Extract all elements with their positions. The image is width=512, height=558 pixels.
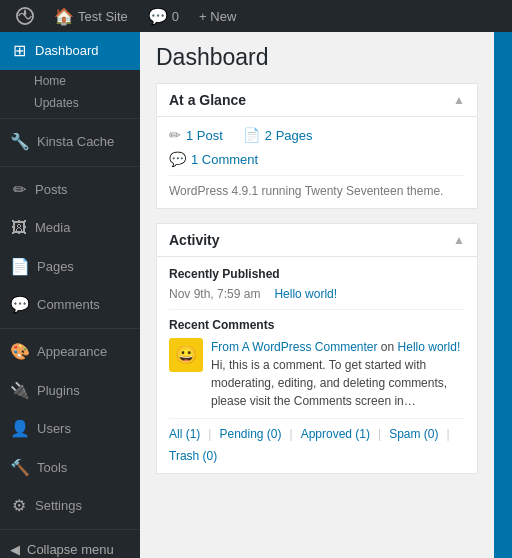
sidebar-label-appearance: Appearance (37, 343, 107, 361)
sidebar-label-kinsta: Kinsta Cache (37, 133, 114, 151)
glance-row-1: ✏ 1 Post 📄 2 Pages (169, 127, 465, 143)
sidebar-item-dashboard[interactable]: ⊞ Dashboard (0, 32, 140, 70)
comments-icon: 💬 (10, 294, 30, 316)
page-title: Dashboard (156, 44, 478, 71)
collapse-menu-button[interactable]: ◀ Collapse menu (0, 534, 140, 558)
comments-spam-link[interactable]: Spam (0) (389, 427, 438, 441)
collapse-label: Collapse menu (27, 542, 114, 557)
activity-toggle[interactable]: ▲ (453, 233, 465, 247)
comment-text: Hi, this is a comment. To get started wi… (211, 358, 447, 408)
new-content-button[interactable]: + New (191, 9, 244, 24)
commenter-name-link[interactable]: From A WordPress Commenter (211, 340, 378, 354)
new-label: + New (199, 9, 236, 24)
comment-icon: 💬 (148, 7, 168, 26)
glance-row-2: 💬 1 Comment (169, 151, 465, 167)
sidebar-item-appearance[interactable]: 🎨 Appearance (0, 333, 140, 371)
sidebar-label-media: Media (35, 219, 70, 237)
commenter-avatar: 😀 (169, 338, 203, 372)
glance-comment-icon: 💬 (169, 151, 186, 167)
comment-post-link[interactable]: Hello world! (398, 340, 461, 354)
sidebar-label-plugins: Plugins (37, 382, 80, 400)
separator-3 (0, 328, 140, 329)
sidebar-item-users[interactable]: 👤 Users (0, 410, 140, 448)
post-count-label: 1 Post (186, 128, 223, 143)
sidebar-item-comments[interactable]: 💬 Comments (0, 286, 140, 324)
recently-published-title: Recently Published (169, 267, 465, 281)
home-icon: 🏠 (54, 7, 74, 26)
sidebar-item-pages[interactable]: 📄 Pages (0, 248, 140, 286)
sidebar-label-posts: Posts (35, 181, 68, 199)
published-date: Nov 9th, 7:59 am (169, 287, 260, 301)
post-icon: ✏ (169, 127, 181, 143)
sidebar-item-home[interactable]: Home (0, 70, 140, 92)
comments-pending-link[interactable]: Pending (0) (219, 427, 281, 441)
sidebar-item-kinsta-cache[interactable]: 🔧 Kinsta Cache (0, 123, 140, 161)
wp-icon (16, 7, 34, 25)
comment-count-link[interactable]: 💬 1 Comment (169, 151, 258, 167)
page-count-link[interactable]: 📄 2 Pages (243, 127, 313, 143)
posts-icon: ✏ (10, 179, 28, 201)
published-link[interactable]: Hello world! (274, 287, 337, 301)
sidebar-label-users: Users (37, 420, 71, 438)
admin-bar: 🏠 Test Site 💬 0 + New (0, 0, 512, 32)
kinsta-icon: 🔧 (10, 131, 30, 153)
comments-all-link[interactable]: All (1) (169, 427, 200, 441)
comments-approved-link[interactable]: Approved (1) (301, 427, 370, 441)
home-button[interactable]: 🏠 Test Site (46, 0, 136, 32)
wp-info-text: WordPress 4.9.1 running Twenty Seventeen… (169, 184, 443, 198)
appearance-icon: 🎨 (10, 341, 30, 363)
activity-title: Activity (169, 232, 220, 248)
at-a-glance-toggle[interactable]: ▲ (453, 93, 465, 107)
at-a-glance-body: ✏ 1 Post 📄 2 Pages 💬 1 Comment WordPr (157, 117, 477, 208)
recent-comments-title: Recent Comments (169, 318, 465, 332)
separator-4 (0, 529, 140, 530)
dashboard-icon: ⊞ (10, 40, 28, 62)
activity-sep (169, 309, 465, 310)
right-panel-accent (494, 32, 512, 558)
main-layout: ⊞ Dashboard Home Updates 🔧 Kinsta Cache … (0, 32, 512, 558)
sidebar-item-posts[interactable]: ✏ Posts (0, 171, 140, 209)
activity-header: Activity ▲ (157, 224, 477, 257)
comment-row: 😀 From A WordPress Commenter on Hello wo… (169, 338, 465, 410)
site-name: Test Site (78, 9, 128, 24)
sidebar-label-pages: Pages (37, 258, 74, 276)
comments-trash-link[interactable]: Trash (0) (169, 449, 217, 463)
comment-count-label: 1 Comment (191, 152, 258, 167)
sidebar: ⊞ Dashboard Home Updates 🔧 Kinsta Cache … (0, 32, 140, 558)
sidebar-item-updates[interactable]: Updates (0, 92, 140, 114)
content-area: Dashboard At a Glance ▲ ✏ 1 Post 📄 2 Pag… (140, 32, 494, 558)
at-a-glance-widget: At a Glance ▲ ✏ 1 Post 📄 2 Pages 💬 (156, 83, 478, 209)
comment-on-text: on (381, 340, 394, 354)
comments-button[interactable]: 💬 0 (140, 0, 187, 32)
sidebar-label-dashboard: Dashboard (35, 42, 99, 60)
sidebar-item-settings[interactable]: ⚙ Settings (0, 487, 140, 525)
collapse-icon: ◀ (10, 542, 20, 557)
plugins-icon: 🔌 (10, 380, 30, 402)
commenter-name: From A WordPress Commenter on Hello worl… (211, 340, 460, 354)
sidebar-label-home: Home (34, 74, 66, 88)
sidebar-label-tools: Tools (37, 459, 67, 477)
post-count-link[interactable]: ✏ 1 Post (169, 127, 223, 143)
activity-body: Recently Published Nov 9th, 7:59 am Hell… (157, 257, 477, 473)
users-icon: 👤 (10, 418, 30, 440)
at-a-glance-title: At a Glance (169, 92, 246, 108)
page-count-label: 2 Pages (265, 128, 313, 143)
comment-count: 0 (172, 9, 179, 24)
sidebar-item-tools[interactable]: 🔨 Tools (0, 449, 140, 487)
pages-icon: 📄 (10, 256, 30, 278)
separator-2 (0, 166, 140, 167)
sidebar-item-media[interactable]: 🖼 Media (0, 209, 140, 247)
avatar-emoji: 😀 (175, 344, 197, 366)
sidebar-label-settings: Settings (35, 497, 82, 515)
sidebar-item-plugins[interactable]: 🔌 Plugins (0, 372, 140, 410)
wp-logo-button[interactable] (8, 0, 42, 32)
activity-widget: Activity ▲ Recently Published Nov 9th, 7… (156, 223, 478, 474)
wp-info: WordPress 4.9.1 running Twenty Seventeen… (169, 175, 465, 198)
tools-icon: 🔨 (10, 457, 30, 479)
media-icon: 🖼 (10, 217, 28, 239)
separator-1 (0, 118, 140, 119)
activity-published-row: Nov 9th, 7:59 am Hello world! (169, 287, 465, 301)
settings-icon: ⚙ (10, 495, 28, 517)
sidebar-label-comments: Comments (37, 296, 100, 314)
comment-actions: All (1) | Pending (0) | Approved (1) | S… (169, 418, 465, 463)
